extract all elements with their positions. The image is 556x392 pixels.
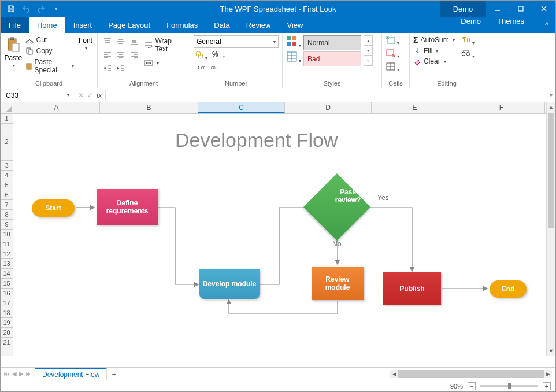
scroll-up-icon[interactable]: ▲ [547, 102, 555, 112]
copy-button[interactable]: Copy [24, 46, 75, 56]
collapse-ribbon-icon[interactable]: ^ [545, 17, 548, 33]
row-header[interactable]: 14 [1, 269, 13, 279]
align-bottom-button[interactable] [128, 35, 140, 48]
row-header[interactable]: 11 [1, 239, 13, 249]
tab-themes[interactable]: Themes [489, 17, 532, 25]
add-sheet-button[interactable]: + [107, 369, 121, 379]
col-header-c[interactable]: C [198, 102, 285, 113]
expand-formula-bar-icon[interactable]: ▾ [546, 92, 555, 98]
qat-customize-icon[interactable]: ▾ [51, 4, 61, 13]
tab-demo[interactable]: Demo [453, 17, 489, 25]
find-button[interactable]: ▾ [461, 49, 475, 60]
conditional-formatting-button[interactable]: ▾ [286, 35, 301, 49]
increase-decimal-button[interactable]: .0.00 [195, 64, 205, 73]
row-header[interactable]: 5 [1, 180, 13, 190]
clear-button[interactable]: Clear▾ [413, 57, 455, 65]
shape-start[interactable]: Start [32, 199, 75, 217]
cut-button[interactable]: Cut [24, 35, 75, 45]
tab-page-layout[interactable]: Page Layout [100, 17, 158, 33]
shape-define[interactable]: Define requrements [97, 189, 158, 225]
scroll-thumb[interactable] [398, 370, 544, 378]
save-icon[interactable] [6, 4, 16, 13]
row-header[interactable]: 7 [1, 200, 13, 210]
decrease-decimal-button[interactable]: .00.0 [210, 64, 220, 73]
align-top-button[interactable] [101, 35, 114, 48]
row-header[interactable]: 1 [1, 114, 13, 124]
row-header[interactable]: 18 [1, 308, 13, 318]
row-header[interactable]: 10 [1, 230, 13, 239]
maximize-button[interactable] [509, 1, 532, 17]
delete-cells-button[interactable]: ▾ [386, 49, 399, 60]
row-header[interactable]: 8 [1, 210, 13, 220]
format-as-table-button[interactable]: ▾ [286, 51, 301, 64]
row-header[interactable]: 13 [1, 259, 13, 269]
style-normal[interactable]: Normal [303, 35, 361, 50]
row-header[interactable]: 17 [1, 298, 13, 308]
styles-up-icon[interactable]: ▴ [364, 36, 372, 46]
increase-indent-button[interactable] [114, 62, 127, 75]
scroll-left-icon[interactable]: ◀ [390, 370, 398, 378]
percent-format-button[interactable]: % [212, 50, 218, 61]
sheet-prev-icon[interactable]: ◀ [12, 371, 17, 377]
shape-review[interactable]: Review module [312, 267, 364, 300]
fill-button[interactable]: Fill▾ [413, 47, 455, 55]
autosum-button[interactable]: ΣAutoSum▾ [413, 35, 455, 45]
accounting-format-button[interactable]: ▾ [195, 50, 207, 61]
sheet-last-icon[interactable]: ⏭ [26, 371, 32, 377]
tab-review[interactable]: Review [238, 17, 279, 33]
select-all-button[interactable] [1, 102, 13, 114]
context-tab-demo[interactable]: Demo [440, 1, 486, 17]
paste-button[interactable]: Paste ▾ [4, 35, 22, 68]
row-header[interactable]: 15 [1, 279, 13, 289]
row-header[interactable]: 6 [1, 190, 13, 200]
minimize-button[interactable] [486, 1, 509, 17]
styles-down-icon[interactable]: ▾ [364, 46, 372, 56]
font-button[interactable]: Font ▾ [77, 35, 94, 51]
col-header-d[interactable]: D [285, 102, 372, 113]
tab-formulas[interactable]: Formulas [158, 17, 206, 33]
zoom-in-button[interactable]: + [543, 382, 551, 390]
scroll-thumb[interactable] [548, 113, 554, 228]
wrap-text-button[interactable]: Wrap Text [143, 36, 186, 54]
row-header[interactable]: 21 [1, 338, 13, 347]
shape-decision[interactable]: Pass review? [313, 183, 361, 231]
zoom-out-button[interactable]: − [468, 382, 476, 390]
merge-cells-button[interactable]: ▾ [143, 58, 186, 68]
align-middle-button[interactable] [114, 35, 127, 48]
tab-file[interactable]: File [1, 17, 29, 33]
tab-data[interactable]: Data [206, 17, 238, 33]
number-format-combo[interactable]: General▾ [194, 35, 279, 48]
cell-canvas[interactable]: Development Flow Start Define requrement… [13, 114, 546, 356]
redo-icon[interactable] [36, 4, 46, 13]
undo-icon[interactable] [21, 4, 31, 13]
shape-end[interactable]: End [490, 280, 527, 298]
row-header[interactable]: 19 [1, 318, 13, 328]
enter-formula-icon[interactable]: ✓ [87, 91, 93, 99]
scroll-down-icon[interactable]: ▼ [547, 346, 555, 356]
decrease-indent-button[interactable] [101, 62, 114, 75]
tab-view[interactable]: View [279, 17, 311, 33]
shape-develop[interactable]: Develop module [199, 269, 260, 299]
row-header[interactable]: 12 [1, 249, 13, 259]
align-left-button[interactable] [101, 49, 114, 61]
comma-format-button[interactable]: , [223, 50, 225, 61]
scroll-right-icon[interactable]: ▶ [544, 370, 552, 378]
tab-insert[interactable]: Insert [65, 17, 101, 33]
close-button[interactable] [532, 1, 555, 17]
zoom-slider[interactable] [480, 385, 538, 387]
sheet-next-icon[interactable]: ▶ [19, 371, 24, 377]
row-header[interactable]: 9 [1, 220, 13, 230]
col-header-e[interactable]: E [372, 102, 458, 113]
row-header[interactable]: 20 [1, 328, 13, 338]
col-header-f[interactable]: F [458, 102, 545, 113]
fx-icon[interactable]: fx [97, 91, 102, 99]
name-box[interactable]: C33▾ [3, 90, 72, 101]
col-header-a[interactable]: A [13, 102, 100, 113]
shape-publish[interactable]: Publish [383, 272, 441, 305]
insert-cells-button[interactable]: ▾ [386, 35, 399, 46]
sheet-first-icon[interactable]: ⏮ [4, 371, 10, 377]
row-header[interactable]: 3 [1, 161, 13, 171]
align-center-button[interactable] [114, 49, 127, 61]
row-header[interactable]: 16 [1, 289, 13, 298]
horizontal-scrollbar[interactable]: ◀ ▶ [390, 370, 552, 378]
